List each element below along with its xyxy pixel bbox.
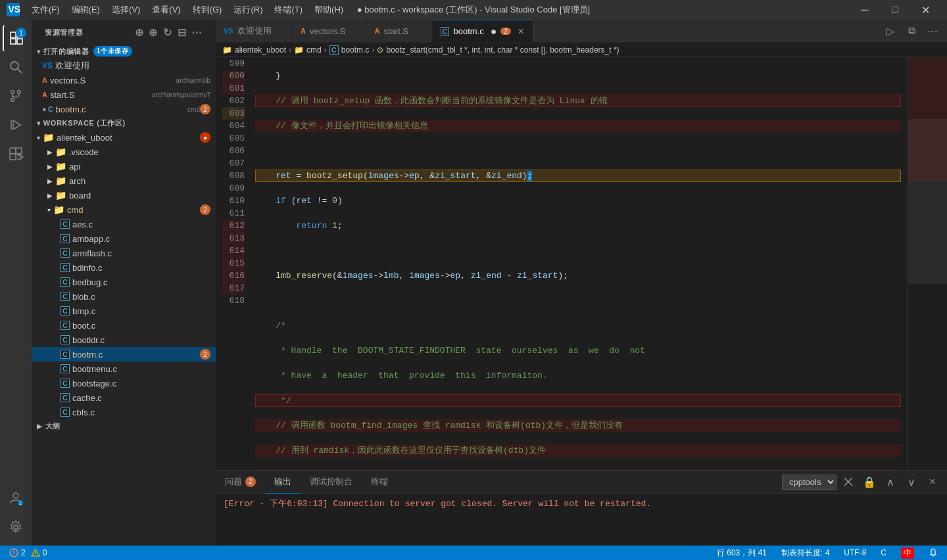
panel-tab-output[interactable]: 输出 bbox=[265, 471, 301, 494]
panel-tab-debug[interactable]: 调试控制台 bbox=[301, 471, 362, 494]
run-tab-btn[interactable]: ▷ bbox=[881, 22, 900, 40]
maximize-button[interactable]: □ bbox=[880, 0, 910, 20]
aes-label: aes.c bbox=[72, 220, 216, 229]
sidebar-item-bootldr[interactable]: C bootldr.c bbox=[32, 333, 216, 347]
status-encoding[interactable]: UTF-8 bbox=[841, 548, 869, 557]
menu-help[interactable]: 帮助(H) bbox=[309, 3, 349, 17]
workspace-section[interactable]: ▾ WORKSPACE (工作区) bbox=[32, 116, 216, 130]
menu-select[interactable]: 选择(V) bbox=[107, 3, 145, 17]
open-editor-start[interactable]: A start.S arch\arm\cpu\armv7 bbox=[32, 87, 216, 102]
ln-616: 616 bbox=[222, 269, 245, 282]
tab-bootm[interactable]: C bootm.c ● 2 × bbox=[433, 20, 533, 42]
run-activity-icon[interactable] bbox=[3, 112, 29, 138]
code-line-612: */ bbox=[255, 394, 901, 407]
close-button[interactable]: ✕ bbox=[910, 0, 940, 20]
source-control-activity-icon[interactable] bbox=[3, 83, 29, 109]
breadcrumb-root[interactable]: alientek_uboot bbox=[235, 45, 286, 55]
panel-tab-terminal[interactable]: 终端 bbox=[362, 471, 397, 494]
split-tab-btn[interactable]: ⧉ bbox=[902, 22, 921, 40]
sidebar-item-arch[interactable]: ▶ 📁 arch bbox=[32, 174, 216, 188]
sidebar-item-boot[interactable]: C boot.c bbox=[32, 318, 216, 333]
menu-goto[interactable]: 转到(G) bbox=[187, 3, 228, 17]
open-editors-section[interactable]: ▾ 打开的编辑器 1个未保存 bbox=[32, 44, 216, 58]
sidebar-item-cbfs[interactable]: C cbfs.c bbox=[32, 405, 216, 419]
panel-lock-btn[interactable]: 🔒 bbox=[860, 473, 879, 491]
open-editor-welcome[interactable]: VS 欢迎使用 bbox=[32, 58, 216, 73]
account-activity-icon[interactable]: 1 bbox=[3, 485, 29, 511]
status-chinese[interactable]: 中 bbox=[898, 548, 917, 559]
panel-up-btn[interactable]: ∧ bbox=[881, 473, 900, 491]
vscode-file-icon: VS bbox=[42, 61, 53, 70]
status-language[interactable]: C bbox=[878, 548, 889, 557]
settings-activity-icon[interactable] bbox=[3, 514, 29, 540]
menu-file[interactable]: 文件(F) bbox=[26, 3, 65, 17]
menu-terminal[interactable]: 终端(T) bbox=[269, 3, 308, 17]
breadcrumb-file[interactable]: bootm.c bbox=[341, 45, 370, 55]
open-editor-bootm[interactable]: ● C bootm.c cmd 2 bbox=[32, 102, 216, 116]
outline-section[interactable]: ▶ 大纲 bbox=[32, 419, 216, 433]
breadcrumb-func[interactable]: bootz_start(cmd_tbl_t *, int, int, char … bbox=[386, 45, 619, 55]
sidebar-item-blob[interactable]: C blob.c bbox=[32, 289, 216, 304]
sidebar-item-board[interactable]: ▶ 📁 board bbox=[32, 188, 216, 202]
sidebar-item-bootmenu[interactable]: C bootmenu.c bbox=[32, 362, 216, 376]
open-editor-vectors[interactable]: A vectors.S arch\arm\lib bbox=[32, 73, 216, 87]
menu-run[interactable]: 运行(R) bbox=[228, 3, 268, 17]
panel-output-select[interactable]: cpptools bbox=[782, 475, 837, 490]
menu-edit[interactable]: 编辑(E) bbox=[66, 3, 105, 17]
explorer-activity-icon[interactable]: 1 bbox=[3, 25, 29, 51]
tab-bootm-badge: 2 bbox=[500, 28, 511, 35]
tab-welcome[interactable]: VS 欢迎使用 × bbox=[216, 20, 293, 42]
tab-start[interactable]: A start.S × bbox=[367, 20, 433, 42]
collapse-all-icon[interactable]: ⊟ bbox=[178, 26, 187, 39]
status-notifications[interactable] bbox=[926, 548, 940, 557]
sidebar-item-bootm-active[interactable]: C bootm.c 2 bbox=[32, 347, 216, 362]
tab-vectors-close[interactable]: × bbox=[352, 25, 358, 37]
panel-clear-btn[interactable] bbox=[839, 473, 858, 491]
board-folder-icon: 📁 bbox=[55, 190, 66, 200]
sidebar-item-bedbug[interactable]: C bedbug.c bbox=[32, 275, 216, 289]
panel-down-btn[interactable]: ∨ bbox=[902, 473, 921, 491]
open-editor-vectors-label: vectors.S bbox=[50, 76, 172, 85]
sidebar-tree: ▾ 打开的编辑器 1个未保存 VS 欢迎使用 A vectors.S arch\… bbox=[32, 44, 216, 546]
breadcrumb-cmd[interactable]: cmd bbox=[306, 45, 322, 55]
extensions-activity-icon[interactable] bbox=[3, 141, 29, 167]
panel-tab-problems[interactable]: 问题 2 bbox=[216, 471, 265, 494]
tab-start-close[interactable]: × bbox=[415, 25, 421, 37]
status-position[interactable]: 行 603，列 41 bbox=[714, 548, 769, 559]
code-line-610: * Handle the BOOTM_STATE_FINDOTHER state… bbox=[255, 344, 901, 357]
sidebar-item-aes[interactable]: C aes.c bbox=[32, 217, 216, 231]
sidebar-item-vscode[interactable]: ▶ 📁 .vscode bbox=[32, 145, 216, 159]
status-tab-size[interactable]: 制表符长度: 4 bbox=[779, 548, 832, 559]
refresh-icon[interactable]: ↻ bbox=[163, 26, 172, 39]
new-folder-icon[interactable]: ⊕ bbox=[149, 26, 158, 39]
code-area[interactable]: } // 调用 bootz_setup 函数，此函数会判断当前的系统镜像文件是否… bbox=[249, 57, 908, 470]
more-tab-btn[interactable]: ⋯ bbox=[923, 22, 942, 40]
arch-chevron: ▶ bbox=[47, 177, 53, 185]
sidebar-item-bdinfo[interactable]: C bdinfo.c bbox=[32, 260, 216, 275]
sidebar-item-api[interactable]: ▶ 📁 api bbox=[32, 159, 216, 174]
tab-bootm-icon: C bbox=[441, 27, 450, 36]
more-options-icon[interactable]: ⋯ bbox=[191, 26, 203, 39]
status-bar: 2 0 行 603，列 41 制表符长度: 4 UTF-8 C 中 bbox=[0, 546, 947, 560]
minimize-button[interactable]: ─ bbox=[850, 0, 880, 20]
svg-rect-5 bbox=[17, 39, 22, 44]
ln-607: 607 bbox=[222, 157, 245, 170]
tab-welcome-close[interactable]: × bbox=[278, 25, 284, 37]
tab-vectors[interactable]: A vectors.S × bbox=[293, 20, 366, 42]
panel-close-btn[interactable]: × bbox=[923, 473, 942, 491]
search-activity-icon[interactable] bbox=[3, 54, 29, 80]
sidebar-item-bootstage[interactable]: C bootstage.c bbox=[32, 376, 216, 390]
sidebar-item-ambapp[interactable]: C ambapp.c bbox=[32, 231, 216, 246]
menu-view[interactable]: 查看(V) bbox=[147, 3, 185, 17]
code-line-611: * have a header that provide this inform… bbox=[255, 369, 901, 382]
status-errors[interactable]: 2 0 bbox=[7, 548, 49, 557]
tab-bootm-close[interactable]: × bbox=[518, 26, 523, 37]
ln-612: 612 bbox=[222, 220, 245, 232]
workspace-root[interactable]: ▾ 📁 alientek_uboot ● bbox=[32, 130, 216, 145]
sidebar-item-bmp[interactable]: C bmp.c bbox=[32, 304, 216, 318]
sidebar-item-cmd[interactable]: ▾ 📁 cmd 2 bbox=[32, 202, 216, 217]
sidebar-item-cache[interactable]: C cache.c bbox=[32, 390, 216, 405]
breadcrumb-sep1: › bbox=[289, 45, 291, 55]
sidebar-item-armflash[interactable]: C armflash.c bbox=[32, 246, 216, 260]
new-file-icon[interactable]: ⊕ bbox=[135, 26, 144, 39]
